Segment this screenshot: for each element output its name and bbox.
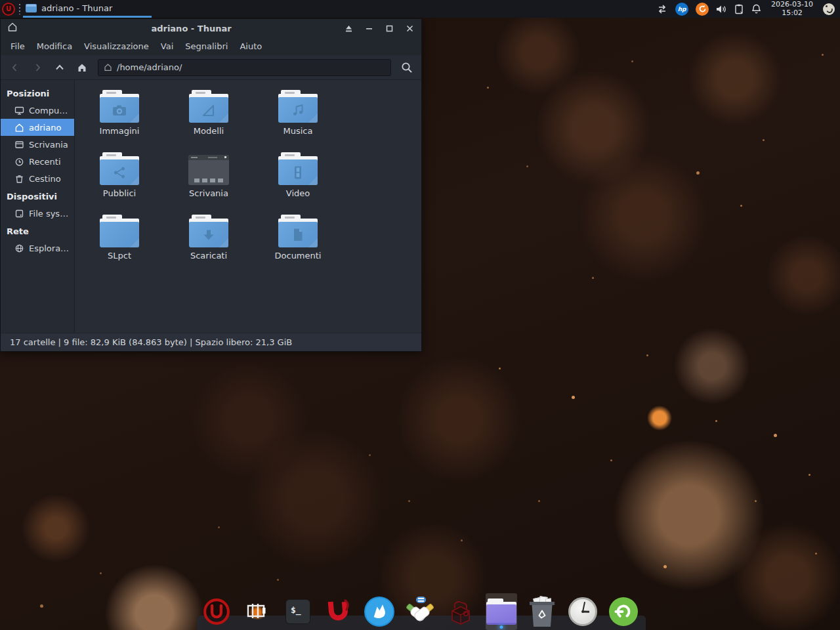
- path-home-icon: [104, 63, 112, 72]
- terminal-icon: $_: [285, 599, 310, 624]
- window-home-icon: [7, 22, 18, 35]
- file-item-video[interactable]: Video: [253, 151, 343, 213]
- dock-logout[interactable]: [608, 593, 639, 630]
- sidebar-item-filesystem[interactable]: File sys…: [1, 205, 74, 222]
- file-item-scaricati[interactable]: Scaricati: [164, 213, 253, 276]
- file-item-slpct[interactable]: SLpct: [75, 213, 164, 276]
- panel-time: 15:02: [771, 9, 813, 18]
- window-titlebar[interactable]: adriano - Thunar: [1, 19, 421, 37]
- menu-visualizzazione[interactable]: Visualizzazione: [78, 39, 155, 54]
- update-icon[interactable]: [696, 3, 709, 16]
- top-panel: U adriano - Thunar hp: [0, 0, 840, 18]
- file-view[interactable]: Immagini Modelli: [75, 80, 421, 333]
- menu-bar: File Modifica Visualizzazione Vai Segnal…: [1, 37, 421, 55]
- sidebar-item-computer[interactable]: Compu…: [1, 102, 74, 119]
- folder-pictures-icon: [99, 90, 140, 123]
- dock: $_: [201, 592, 639, 630]
- dock-red-u-app[interactable]: [323, 593, 354, 630]
- sidebar-item-scrivania[interactable]: Scrivania: [1, 136, 74, 153]
- folder-icon: [26, 4, 37, 12]
- dock-trash[interactable]: [526, 593, 558, 630]
- menu-modifica[interactable]: Modifica: [31, 39, 78, 54]
- bell-icon[interactable]: [751, 4, 761, 14]
- menu-aiuto[interactable]: Aiuto: [234, 39, 268, 54]
- toolbar: /home/adriano/: [1, 55, 421, 80]
- close-button[interactable]: [404, 23, 415, 33]
- home-button[interactable]: [72, 58, 93, 77]
- menu-vai[interactable]: Vai: [155, 39, 179, 54]
- folder-templates-icon: [188, 90, 229, 123]
- handshake-icon: [405, 597, 435, 627]
- folder-documents-icon: [278, 215, 318, 247]
- swap-arrows-icon[interactable]: [656, 5, 668, 14]
- search-button[interactable]: [396, 58, 417, 77]
- file-item-musica[interactable]: Musica: [253, 89, 343, 151]
- desktop-folder-icon: [188, 155, 229, 185]
- toolbox-icon: [446, 597, 475, 626]
- menu-file[interactable]: File: [5, 39, 31, 54]
- clipboard-icon[interactable]: [734, 4, 744, 14]
- drive-icon: [14, 209, 24, 219]
- sidebar-header-devices: Dispositivi: [1, 187, 74, 205]
- trash-icon: [14, 174, 24, 184]
- dock-clock[interactable]: [567, 593, 598, 630]
- dock-ufficio-zero-launcher[interactable]: [201, 593, 232, 630]
- hp-icon[interactable]: hp: [675, 3, 688, 16]
- ufficio-zero-logo-icon: U: [6, 6, 11, 12]
- network-globe-icon: [14, 243, 24, 253]
- dock-panel-layout[interactable]: [242, 593, 273, 630]
- dock-librewolf-browser[interactable]: [364, 593, 395, 630]
- folder-downloads-icon: [188, 215, 229, 247]
- librewolf-icon: [364, 597, 394, 627]
- path-bar[interactable]: /home/adriano/: [98, 59, 391, 76]
- folder-videos-icon: [278, 152, 318, 185]
- file-item-pubblici[interactable]: Pubblici: [75, 151, 164, 213]
- volume-icon[interactable]: [716, 5, 727, 14]
- trash-full-icon: [530, 597, 555, 627]
- dock-collaboration[interactable]: [404, 593, 436, 630]
- folder-public-icon: [99, 152, 140, 185]
- folder-plain-icon: [99, 215, 140, 247]
- taskbar-item-thunar[interactable]: adriano - Thunar: [23, 0, 152, 18]
- path-text: /home/adriano/: [117, 62, 182, 72]
- file-item-scrivania[interactable]: Scrivania: [164, 151, 253, 213]
- sidebar-item-adriano[interactable]: adriano: [1, 119, 74, 136]
- status-bar: 17 cartelle | 9 file: 82,9 KiB (84.863 b…: [1, 333, 421, 351]
- purple-folder-icon: [486, 598, 516, 625]
- applications-menu-button[interactable]: U: [2, 3, 15, 16]
- panel-date: 2026-03-10: [771, 1, 813, 9]
- panel-layout-icon: [244, 598, 270, 625]
- ufficio-zero-ring-icon: [202, 597, 231, 626]
- sidebar-item-recenti[interactable]: Recenti: [1, 153, 74, 170]
- sidebar-item-esplora-rete[interactable]: Esplora…: [1, 240, 74, 257]
- red-u-icon: [325, 597, 352, 626]
- minimize-button[interactable]: [364, 23, 374, 33]
- panel-clock[interactable]: 2026-03-10 15:02: [768, 1, 816, 17]
- panel-handle[interactable]: [19, 4, 20, 14]
- file-item-immagini[interactable]: Immagini: [75, 89, 164, 151]
- status-text: 17 cartelle | 9 file: 82,9 KiB (84.863 b…: [10, 337, 292, 347]
- logout-icon: [609, 597, 638, 626]
- sidebar-header-places: Posizioni: [1, 84, 74, 102]
- desktop[interactable]: U adriano - Thunar hp: [0, 0, 840, 630]
- thunar-window: adriano - Thunar File Modifica Visualizz…: [0, 18, 422, 352]
- dock-terminal[interactable]: $_: [282, 593, 314, 630]
- menu-segnalibri[interactable]: Segnalibri: [179, 39, 234, 54]
- computer-icon: [14, 106, 24, 116]
- taskbar-item-label: adriano - Thunar: [41, 3, 112, 13]
- shade-button[interactable]: [343, 23, 354, 33]
- file-item-documenti[interactable]: Documenti: [253, 213, 343, 276]
- forward-button[interactable]: [27, 58, 48, 77]
- file-item-modelli[interactable]: Modelli: [164, 89, 253, 151]
- maximize-button[interactable]: [384, 23, 394, 33]
- clock-icon: [568, 597, 597, 626]
- sidebar-header-network: Rete: [1, 222, 74, 240]
- up-button[interactable]: [49, 58, 70, 77]
- window-title: adriano - Thunar: [53, 24, 329, 33]
- dock-file-manager[interactable]: [486, 593, 517, 630]
- yinyang-icon[interactable]: [823, 3, 835, 15]
- system-tray: hp 2026-03-10 15:02: [656, 1, 840, 17]
- sidebar-item-cestino[interactable]: Cestino: [1, 170, 74, 187]
- back-button[interactable]: [5, 58, 26, 77]
- dock-toolbox[interactable]: [445, 593, 476, 630]
